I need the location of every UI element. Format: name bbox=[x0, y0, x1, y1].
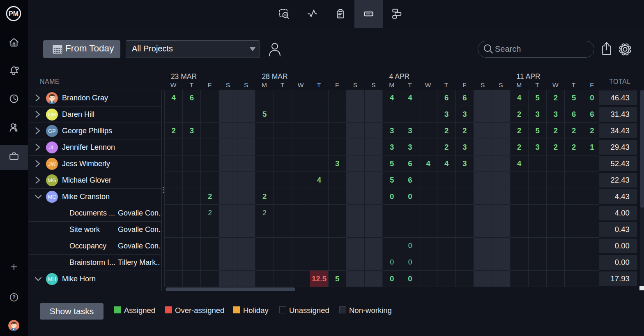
svg-text:PM: PM bbox=[9, 10, 18, 17]
svg-text:?: ? bbox=[12, 294, 16, 300]
